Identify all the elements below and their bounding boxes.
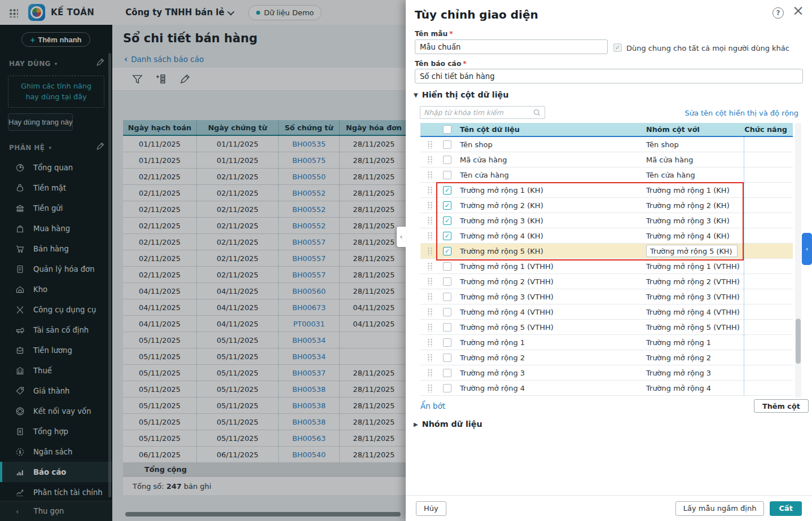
edit-columns-link[interactable]: Sửa tên cột hiển thị và độ rộng	[684, 109, 798, 117]
help-icon[interactable]: ?	[773, 7, 784, 19]
company-selector[interactable]: Công ty TNHH bán lẻ	[125, 7, 234, 17]
sidebar-scrollbar[interactable]	[108, 53, 111, 497]
column-checkbox[interactable]	[443, 308, 451, 316]
panel-collapse-handle[interactable]: ‹	[397, 227, 406, 247]
cell-document-number-link[interactable]: BH00557	[278, 267, 339, 282]
column-checkbox[interactable]	[443, 140, 451, 149]
default-template-button[interactable]: Lấy mẫu ngầm định	[675, 501, 765, 516]
breadcrumb[interactable]: ‹ Danh sách báo cáo	[124, 54, 204, 64]
save-button[interactable]: Cất	[770, 501, 802, 516]
cell-document-number-link[interactable]: BH00538	[278, 414, 339, 430]
template-name-input[interactable]	[415, 39, 608, 54]
frequent-section-header[interactable]: HAY DÙNG ▾	[9, 58, 104, 69]
column-row[interactable]: Trường mở rộng 3Trường mở rộng 3	[420, 365, 793, 381]
column-row[interactable]: ✓Trường mở rộng 4 (KH)Trường mở rộng 4 (…	[420, 228, 793, 244]
drag-handle-icon[interactable]	[427, 293, 433, 301]
close-icon[interactable]: ×	[792, 3, 804, 17]
drag-handle-icon[interactable]	[427, 354, 433, 362]
sidebar-item-tổng-hợp[interactable]: Tổng hợp	[0, 421, 112, 441]
sidebar-collapse-button[interactable]: ‹ Thu gọn	[0, 501, 112, 521]
cell-document-number-link[interactable]: BH00560	[278, 283, 339, 299]
column-checkbox[interactable]: ✓	[443, 247, 451, 255]
column-checkbox[interactable]	[443, 354, 451, 362]
group-with-input[interactable]	[646, 245, 738, 257]
column-row[interactable]: Trường mở rộng 4 (VTHH)Trường mở rộng 4 …	[420, 304, 793, 320]
drag-handle-icon[interactable]	[427, 232, 433, 240]
add-column-icon[interactable]	[155, 73, 167, 85]
edit-pencil-icon[interactable]	[96, 58, 104, 69]
sidebar-item-tiền-gửi[interactable]: Tiền gửi	[0, 198, 112, 218]
docked-panel-tab[interactable]: ‹	[802, 233, 812, 265]
show-less-link[interactable]: Ẩn bớt	[420, 401, 445, 410]
column-checkbox[interactable]	[443, 156, 451, 164]
sidebar-item-công-cụ-dụng-cụ[interactable]: Công cụ dụng cụ	[0, 299, 112, 320]
column-checkbox[interactable]	[443, 384, 451, 392]
sidebar-item-thuế[interactable]: Thuế	[0, 360, 112, 381]
sidebar-item-ngân-sách[interactable]: Ngân sách	[0, 441, 112, 462]
share-checkbox[interactable]: ✓	[613, 43, 622, 52]
edit-pencil-icon[interactable]	[178, 73, 191, 85]
sidebar-item-kho[interactable]: Kho	[0, 279, 112, 299]
report-name-input[interactable]	[415, 69, 803, 83]
sidebar-item-báo-cáo[interactable]: Báo cáo	[0, 462, 112, 482]
sidebar-item-bán-hàng[interactable]: Bán hàng	[0, 239, 112, 259]
column-row[interactable]: ✓Trường mở rộng 1 (KH)Trường mở rộng 1 (…	[420, 183, 793, 198]
column-row[interactable]: Trường mở rộng 2Trường mở rộng 2	[420, 350, 793, 365]
cell-document-number-link[interactable]: BH00557	[278, 250, 339, 266]
column-row[interactable]: Trường mở rộng 3 (VTHH)Trường mở rộng 3 …	[420, 289, 793, 304]
column-row[interactable]: Tên cửa hàngTên cửa hàng	[420, 167, 793, 183]
panel-scrollbar-thumb[interactable]	[796, 319, 801, 364]
drag-handle-icon[interactable]	[427, 384, 433, 392]
select-all-checkbox[interactable]	[443, 125, 451, 134]
columns-section-toggle[interactable]: ▼ Hiển thị cột dữ liệu	[414, 90, 509, 99]
sidebar-item-mua-hàng[interactable]: Mua hàng	[0, 218, 112, 239]
column-row[interactable]: ✓Trường mở rộng 5 (KH)	[420, 244, 793, 259]
column-header[interactable]: Ngày hạch toán	[123, 120, 196, 135]
drag-handle-icon[interactable]	[427, 171, 433, 179]
cell-document-number-link[interactable]: BH00538	[278, 381, 339, 397]
drag-handle-icon[interactable]	[427, 156, 433, 164]
column-checkbox[interactable]	[443, 338, 451, 347]
horizontal-scrollbar[interactable]	[125, 512, 401, 516]
column-row[interactable]: Trường mở rộng 1 (VTHH)Trường mở rộng 1 …	[420, 259, 793, 274]
sidebar-item-phân-tích-tài-chính[interactable]: Phân tích tài chính	[0, 482, 112, 502]
cell-document-number-link[interactable]: BH00534	[278, 348, 339, 364]
cell-document-number-link[interactable]: BH00552	[278, 201, 339, 217]
column-checkbox[interactable]: ✓	[443, 217, 451, 225]
drag-handle-icon[interactable]	[427, 201, 433, 210]
cell-document-number-link[interactable]: BH00550	[278, 169, 339, 184]
drag-handle-icon[interactable]	[427, 308, 433, 316]
drag-handle-icon[interactable]	[427, 338, 433, 347]
drag-handle-icon[interactable]	[427, 140, 433, 149]
cell-document-number-link[interactable]: BH00557	[278, 234, 339, 250]
cell-document-number-link[interactable]: BH00537	[278, 365, 339, 381]
column-row[interactable]: Tên shopTên shop	[420, 137, 793, 152]
sidebar-item-giá-thành[interactable]: Giá thành	[0, 381, 112, 401]
column-header[interactable]: Ngày chứng từ	[196, 120, 278, 135]
sidebar-item-tài-sản-cố-định[interactable]: Tài sản cố định	[0, 320, 112, 340]
group-section-toggle[interactable]: ▶ Nhóm dữ liệu	[414, 420, 482, 429]
cell-document-number-link[interactable]: BH00552	[278, 185, 339, 201]
sidebar-item-tổng-quan[interactable]: Tổng quan	[0, 157, 112, 178]
cancel-button[interactable]: Hủy	[416, 501, 446, 516]
column-checkbox[interactable]: ✓	[443, 232, 451, 240]
cell-document-number-link[interactable]: BH00563	[278, 430, 339, 446]
modules-section-header[interactable]: PHÂN HỆ ▾	[9, 142, 104, 153]
app-launcher-icon[interactable]	[8, 8, 18, 17]
cell-document-number-link[interactable]: BH00538	[278, 398, 339, 413]
sidebar-item-kết-nối-vay-vốn[interactable]: Kết nối vay vốn	[0, 401, 112, 421]
drag-handle-icon[interactable]	[427, 277, 433, 286]
quick-add-button[interactable]: + Thêm nhanh	[21, 32, 90, 47]
column-row[interactable]: Trường mở rộng 2 (VTHH)Trường mở rộng 2 …	[420, 274, 793, 289]
sidebar-item-quản-lý-hóa-đơn[interactable]: Quản lý hóa đơn	[0, 259, 112, 279]
column-checkbox[interactable]	[443, 171, 451, 179]
cell-document-number-link[interactable]: BH00540	[278, 447, 339, 462]
column-checkbox[interactable]	[443, 323, 451, 332]
cell-document-number-link[interactable]: BH00534	[278, 332, 339, 348]
cell-document-number-link[interactable]: BH00552	[278, 218, 339, 233]
column-row[interactable]: Trường mở rộng 4Trường mở rộng 4	[420, 381, 793, 396]
drag-handle-icon[interactable]	[427, 217, 433, 225]
column-row[interactable]: ✓Trường mở rộng 3 (KH)Trường mở rộng 3 (…	[420, 213, 793, 228]
add-column-button[interactable]: Thêm cột	[754, 399, 809, 413]
sidebar-item-tiền-lương[interactable]: Tiền lương	[0, 340, 112, 360]
